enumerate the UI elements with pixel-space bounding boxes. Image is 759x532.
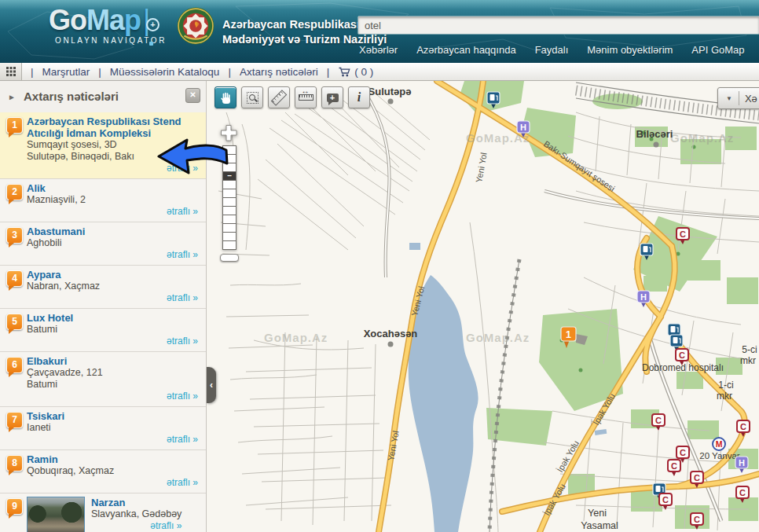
info-tool-button[interactable]: i <box>348 86 370 108</box>
zoom-level[interactable] <box>223 224 236 233</box>
svg-text:Sulutəpə: Sulutəpə <box>368 86 412 97</box>
zoom-level[interactable] <box>223 198 236 207</box>
svg-text:5-ci: 5-ci <box>742 344 757 355</box>
result-pin-6: 6 <box>6 357 23 373</box>
nav-faydali[interactable]: Faydalı <box>535 44 569 56</box>
cart-icon <box>338 67 351 77</box>
more-link[interactable]: ətraflı » <box>27 477 198 489</box>
result-title[interactable]: Narzan <box>91 497 182 508</box>
more-link[interactable]: ətraflı » <box>27 206 198 218</box>
zoom-level[interactable] <box>223 207 236 215</box>
hospital-marker[interactable] <box>735 457 748 473</box>
result-item-2[interactable]: 2 Alik Mazniaşvili, 2 ətraflı » <box>0 179 206 222</box>
separator: | <box>31 66 34 78</box>
result-pin-9: 9 <box>6 498 23 515</box>
result-address: Aghobili <box>27 237 198 249</box>
zoom-level[interactable] <box>223 233 236 241</box>
svg-text:mkr: mkr <box>717 391 732 402</box>
more-link[interactable]: ətraflı » <box>27 434 198 446</box>
more-link[interactable]: ətraflı » <box>27 292 198 304</box>
mall-marker[interactable] <box>668 460 680 476</box>
chevron-down-icon: ▼ <box>726 95 732 102</box>
nav-menim-obyektlerim[interactable]: Mənim obyektlərim <box>587 44 673 56</box>
zoom-box-tool-button[interactable] <box>241 86 263 108</box>
ruler-icon <box>271 90 288 106</box>
result-item-7[interactable]: 7 Tsiskari Ianeti ətraflı » <box>0 407 206 450</box>
result-thumbnail-photo[interactable] <box>27 497 85 532</box>
result-title[interactable]: Abastumani <box>27 226 198 237</box>
result-title[interactable]: Lux Hotel <box>27 312 198 324</box>
result-title[interactable]: Elbakuri <box>27 355 198 367</box>
results-header: ► Axtarış nəticələri ✕ <box>0 81 206 112</box>
add-comment-tool-button[interactable]: + <box>321 86 343 108</box>
apps-grid-button[interactable] <box>0 63 22 80</box>
result-title[interactable]: Aypara <box>27 269 198 281</box>
result-item-3[interactable]: 3 Abastumani Aghobili ətraflı » <box>0 222 206 266</box>
map-toolbar: + i <box>214 86 370 108</box>
result-item-4[interactable]: 4 Aypara Nabran, Xaçmaz ətraflı » <box>0 266 206 309</box>
result-title[interactable]: Tsiskari <box>27 410 198 422</box>
nav-azerbaycan-haqqinda[interactable]: Azərbaycan haqqında <box>416 44 515 56</box>
result-item-9[interactable]: 9 Narzan Slavyanka, Gədəbəy ətraflı » <box>0 493 206 532</box>
cart-button[interactable]: ( 0 ) <box>338 66 373 78</box>
menu-axtaris-neticeleri[interactable]: Axtarış nəticələri <box>240 66 318 78</box>
result-item-6[interactable]: 6 Elbakuri Çavçavadze, 121 Batumi ətrafl… <box>0 352 206 407</box>
result-title[interactable]: Alik <box>27 182 198 194</box>
result-address: Qobuqıraq, Xaçmaz <box>27 465 198 477</box>
collapse-sidebar-handle[interactable]: ‹ <box>207 367 216 403</box>
search-input[interactable] <box>358 16 759 35</box>
svg-text:M: M <box>716 439 723 449</box>
svg-text:20 Yanvar: 20 Yanvar <box>699 451 740 460</box>
result-item-5[interactable]: 5 Lux Hotel Batumi ətraflı » <box>0 309 206 352</box>
zoom-level[interactable] <box>223 181 236 189</box>
logo-dot <box>149 42 153 46</box>
result-address: Batumi <box>27 324 198 336</box>
map-layer-dropdown[interactable]: ▼ Xə <box>717 87 759 109</box>
grid-icon <box>6 67 16 76</box>
panel-arrow-icon: ► <box>8 93 16 101</box>
result-pin-2: 2 <box>6 184 23 200</box>
map-canvas[interactable]: C H <box>207 81 759 532</box>
gomap-app: GoMap| + ONLAYN NAVIQATOR Azərbaycan Res… <box>0 0 759 532</box>
result-address: Slavyanka, Gədəbəy <box>91 508 182 520</box>
result-pin-4: 4 <box>6 270 23 287</box>
zoom-out-button[interactable] <box>220 254 239 262</box>
comment-plus-icon: + <box>327 94 339 102</box>
zoom-level[interactable] <box>223 189 236 198</box>
gomap-logo[interactable]: GoMap| + ONLAYN NAVIQATOR <box>49 6 186 45</box>
result-pin-1: 1 <box>6 117 23 134</box>
result-title[interactable]: Ramin <box>27 453 198 465</box>
nav-xeberler[interactable]: Xəbərlər <box>359 44 398 56</box>
svg-text:mkr: mkr <box>740 355 756 366</box>
ruler-tool-button[interactable] <box>268 86 290 108</box>
header: GoMap| + ONLAYN NAVIQATOR Azərbaycan Res… <box>0 0 759 63</box>
measure-tool-button[interactable] <box>295 86 317 108</box>
result-item-8[interactable]: 8 Ramin Qobuqıraq, Xaçmaz ətraflı » <box>0 450 206 493</box>
result-address: Nabran, Xaçmaz <box>27 281 198 292</box>
svg-text:GoMap.Az: GoMap.Az <box>670 131 734 145</box>
result-address: Mazniaşvili, 2 <box>27 194 198 206</box>
svg-text:Dobromed hospitalı: Dobromed hospitalı <box>642 362 724 373</box>
menubar: | Marşrutlar | Müəssisələrin Kataloqu | … <box>0 63 759 81</box>
nav-api-gomap[interactable]: API GoMap <box>691 44 744 56</box>
more-link[interactable]: ətraflı » <box>27 391 198 402</box>
logo-tagline: ONLAYN NAVIQATOR <box>55 36 186 45</box>
result-address: Batumi <box>27 379 198 391</box>
zoom-level[interactable] <box>223 241 236 249</box>
more-link[interactable]: ətraflı » <box>91 520 182 532</box>
pan-tool-button[interactable] <box>214 86 236 108</box>
zoom-level[interactable] <box>223 215 236 224</box>
more-link[interactable]: ətraflı » <box>27 249 198 261</box>
metro-station-marker[interactable]: M <box>713 438 725 450</box>
measure-icon <box>299 94 314 101</box>
result-pin-8: 8 <box>6 455 23 471</box>
menu-marsrutlar[interactable]: Marşrutlar <box>42 66 90 78</box>
more-link[interactable]: ətraflı » <box>27 336 198 347</box>
result-address: Çavçavadze, 121 <box>27 367 198 379</box>
divider <box>739 91 739 105</box>
menu-muessiseler-kataloqu[interactable]: Müəssisələrin Kataloqu <box>110 66 220 78</box>
azerbaijan-emblem-icon <box>176 6 215 46</box>
close-panel-button[interactable]: ✕ <box>185 88 200 103</box>
separator: | <box>98 66 101 78</box>
svg-text:Yeni Yol: Yeni Yol <box>386 430 401 461</box>
